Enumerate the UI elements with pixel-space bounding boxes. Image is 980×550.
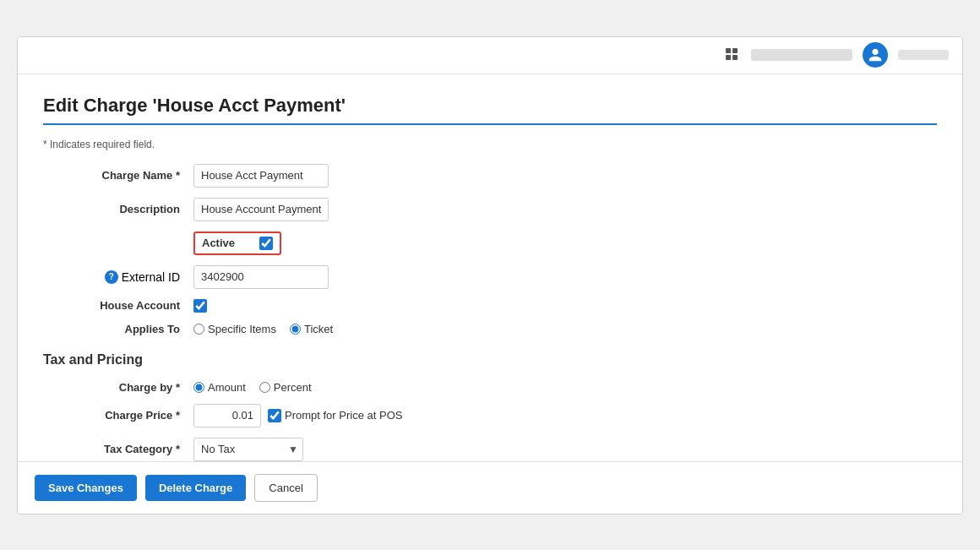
external-id-label: External ID bbox=[122, 270, 180, 284]
charge-by-amount-label: Amount bbox=[208, 381, 246, 394]
form-section: Charge Name * Description Active ? bbox=[43, 164, 937, 461]
external-id-label-wrapper: ? External ID bbox=[77, 270, 187, 284]
applies-to-ticket-radio[interactable] bbox=[290, 324, 301, 335]
topbar bbox=[18, 37, 962, 74]
description-label: Description bbox=[77, 203, 187, 215]
charge-by-group: Amount Percent bbox=[193, 381, 312, 394]
cancel-button[interactable]: Cancel bbox=[254, 474, 317, 502]
username-blur bbox=[751, 49, 852, 61]
footer: Save Changes Delete Charge Cancel bbox=[18, 461, 962, 514]
tax-pricing-heading: Tax and Pricing bbox=[43, 352, 937, 368]
applies-to-group: Specific Items Ticket bbox=[193, 323, 333, 335]
svg-rect-3 bbox=[732, 55, 738, 60]
active-row: Active bbox=[77, 231, 937, 255]
applies-to-row: Applies To Specific Items Ticket bbox=[77, 323, 937, 335]
applies-to-specific-radio[interactable] bbox=[193, 324, 204, 335]
tax-category-row: Tax Category * No Tax Taxable ▼ bbox=[77, 438, 937, 461]
tax-category-label: Tax Category * bbox=[77, 443, 187, 455]
charge-price-row: Charge Price * Prompt for Price at POS bbox=[77, 404, 937, 427]
svg-rect-0 bbox=[726, 48, 731, 53]
active-box: Active bbox=[193, 231, 281, 255]
prompt-price-checkbox[interactable] bbox=[268, 409, 281, 422]
active-text: Active bbox=[202, 237, 253, 249]
applies-to-specific-items[interactable]: Specific Items bbox=[193, 323, 276, 335]
charge-by-label: Charge by * bbox=[77, 381, 187, 394]
topbar-username bbox=[898, 50, 949, 60]
applies-to-specific-label: Specific Items bbox=[208, 323, 276, 335]
main-content: Edit Charge 'House Acct Payment' * Indic… bbox=[18, 74, 962, 461]
applies-to-ticket-label: Ticket bbox=[304, 323, 333, 335]
charge-by-percent[interactable]: Percent bbox=[259, 381, 312, 394]
prompt-price-text: Prompt for Price at POS bbox=[285, 409, 402, 422]
tax-category-select[interactable]: No Tax Taxable bbox=[193, 438, 303, 461]
grid-icon[interactable] bbox=[724, 46, 741, 63]
save-button[interactable]: Save Changes bbox=[35, 475, 137, 501]
charge-by-amount[interactable]: Amount bbox=[193, 381, 246, 394]
active-checkbox[interactable] bbox=[259, 237, 273, 250]
description-row: Description bbox=[77, 198, 937, 221]
tax-category-select-wrapper: No Tax Taxable ▼ bbox=[193, 438, 303, 461]
charge-by-row: Charge by * Amount Percent bbox=[77, 381, 937, 394]
description-input[interactable] bbox=[193, 198, 329, 221]
charge-name-label: Charge Name * bbox=[77, 169, 187, 182]
charge-by-amount-radio[interactable] bbox=[193, 382, 204, 393]
house-account-row: House Account bbox=[77, 299, 937, 313]
charge-name-row: Charge Name * bbox=[77, 164, 937, 188]
topbar-right bbox=[724, 42, 949, 68]
avatar[interactable] bbox=[863, 42, 888, 68]
charge-price-input[interactable] bbox=[193, 404, 261, 427]
title-divider bbox=[43, 123, 937, 125]
delete-button[interactable]: Delete Charge bbox=[145, 475, 246, 501]
page-title: Edit Charge 'House Acct Payment' bbox=[43, 95, 937, 117]
charge-price-inner: Prompt for Price at POS bbox=[193, 404, 402, 427]
prompt-price-label[interactable]: Prompt for Price at POS bbox=[268, 409, 402, 422]
charge-name-input[interactable] bbox=[193, 164, 329, 188]
svg-rect-2 bbox=[726, 55, 731, 60]
svg-rect-1 bbox=[732, 48, 738, 53]
charge-by-percent-label: Percent bbox=[274, 381, 312, 394]
applies-to-ticket[interactable]: Ticket bbox=[290, 323, 333, 335]
house-account-checkbox[interactable] bbox=[193, 299, 207, 313]
external-id-input[interactable] bbox=[193, 265, 329, 289]
external-id-help-icon[interactable]: ? bbox=[105, 270, 118, 284]
charge-by-percent-radio[interactable] bbox=[259, 382, 270, 393]
external-id-row: ? External ID bbox=[77, 265, 937, 289]
charge-price-label: Charge Price * bbox=[77, 409, 187, 422]
main-window: Edit Charge 'House Acct Payment' * Indic… bbox=[17, 36, 963, 515]
house-account-label: House Account bbox=[77, 299, 187, 312]
applies-to-label: Applies To bbox=[77, 323, 187, 335]
required-note: * Indicates required field. bbox=[43, 139, 937, 150]
